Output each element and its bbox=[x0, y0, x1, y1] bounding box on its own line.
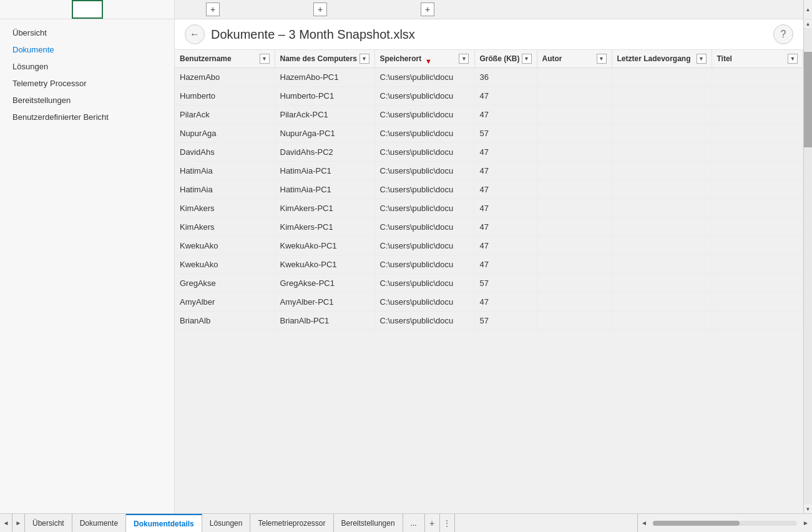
top-left-cell-area bbox=[0, 0, 175, 19]
cell-row4-col4 bbox=[537, 143, 612, 162]
cell-row2-col1: PilarAck-PC1 bbox=[275, 106, 374, 124]
toolbar-add-col-btn-2[interactable]: + bbox=[313, 2, 327, 16]
cell-row5-col4 bbox=[537, 162, 612, 180]
cell-row13-col2: C:\users\public\docu bbox=[374, 312, 474, 330]
filter-ladevorgang[interactable]: ▼ bbox=[697, 54, 707, 64]
cell-row10-col0: KwekuAko bbox=[175, 255, 275, 274]
cell-row0-col6 bbox=[712, 68, 803, 87]
cell-row1-col3: 47 bbox=[474, 87, 537, 106]
cell-row11-col0: GregAkse bbox=[175, 274, 275, 293]
cell-row2-col0: PilarAck bbox=[175, 106, 275, 124]
cell-row9-col1: KwekuAko-PC1 bbox=[275, 237, 374, 255]
cell-row11-col1: GregAkse-PC1 bbox=[275, 274, 374, 293]
filter-benutzername[interactable]: ▼ bbox=[260, 54, 270, 64]
tab-more-label[interactable]: ... bbox=[403, 514, 425, 532]
table-row[interactable]: KwekuAkoKwekuAko-PC1C:\users\public\docu… bbox=[175, 237, 803, 255]
help-button[interactable]: ? bbox=[773, 24, 793, 44]
cell-row2-col3: 47 bbox=[474, 106, 537, 124]
cell-row3-col2: C:\users\public\docu bbox=[374, 124, 474, 143]
spreadsheet-cell[interactable] bbox=[72, 0, 103, 19]
sidebar-item-telemetry[interactable]: Telemetry Processor bbox=[0, 75, 174, 92]
tab-dokumentdetails[interactable]: Dokumentdetails bbox=[126, 514, 202, 532]
table-row[interactable]: KimAkersKimAkers-PC1C:\users\public\docu… bbox=[175, 199, 803, 218]
content-header: ← Dokumente – 3 Month Snapshot.xlsx ? bbox=[175, 19, 803, 50]
vscroll-up-button[interactable]: ▲ bbox=[804, 19, 813, 28]
vscroll-top-btn[interactable]: ▲ bbox=[804, 5, 813, 14]
vscroll-thumb[interactable] bbox=[804, 52, 812, 147]
table-row[interactable]: PilarAckPilarAck-PC1C:\users\public\docu… bbox=[175, 106, 803, 124]
cell-row6-col6 bbox=[712, 180, 803, 199]
toolbar-add-col-btn-1[interactable]: + bbox=[206, 2, 220, 16]
filter-autor[interactable]: ▼ bbox=[597, 54, 607, 64]
hscroll-thumb[interactable] bbox=[653, 521, 740, 526]
filter-computer[interactable]: ▼ bbox=[360, 54, 369, 64]
cell-row12-col5 bbox=[612, 293, 712, 312]
filter-speicherort[interactable]: ▼ bbox=[459, 54, 469, 64]
cell-row8-col6 bbox=[712, 218, 803, 237]
cell-row2-col5 bbox=[612, 106, 712, 124]
hscroll-right-button[interactable]: ► bbox=[800, 520, 812, 526]
filter-titel[interactable]: ▼ bbox=[788, 54, 798, 64]
cell-row1-col1: Humberto-PC1 bbox=[275, 87, 374, 106]
cell-row1-col5 bbox=[612, 87, 712, 106]
cell-row10-col6 bbox=[712, 255, 803, 274]
table-row[interactable]: HatimAiaHatimAia-PC1C:\users\public\docu… bbox=[175, 162, 803, 180]
cell-row4-col3: 47 bbox=[474, 143, 537, 162]
cell-row1-col2: C:\users\public\docu bbox=[374, 87, 474, 106]
cell-row6-col2: C:\users\public\docu bbox=[374, 180, 474, 199]
tab-options-button[interactable]: ⋮ bbox=[440, 514, 455, 532]
cell-row6-col1: HatimAia-PC1 bbox=[275, 180, 374, 199]
toolbar-add-col-btn-3[interactable]: + bbox=[421, 2, 434, 16]
table-row[interactable]: DavidAhsDavidAhs-PC2C:\users\public\docu… bbox=[175, 143, 803, 162]
cell-row2-col2: C:\users\public\docu bbox=[374, 106, 474, 124]
table-row[interactable]: BrianAlbBrianAlb-PC1C:\users\public\docu… bbox=[175, 312, 803, 330]
col-header-computer: Name des Computers ▼ bbox=[275, 50, 374, 68]
cell-row2-col6 bbox=[712, 106, 803, 124]
sidebar-item-dokumente[interactable]: Dokumente bbox=[0, 41, 174, 58]
top-toolbar-section: + + + ▲ bbox=[0, 0, 812, 19]
top-vscroll: ▲ bbox=[803, 0, 812, 19]
cell-row1-col0: Humberto bbox=[175, 87, 275, 106]
cell-row9-col3: 47 bbox=[474, 237, 537, 255]
tab-losungen[interactable]: Lösungen bbox=[202, 514, 251, 532]
cell-row0-col5 bbox=[612, 68, 712, 87]
table-row[interactable]: HatimAiaHatimAia-PC1C:\users\public\docu… bbox=[175, 180, 803, 199]
cell-row12-col6 bbox=[712, 293, 803, 312]
vscroll-down-button[interactable]: ▼ bbox=[804, 505, 813, 513]
sidebar-item-bereitstellungen[interactable]: Bereitstellungen bbox=[0, 92, 174, 109]
sidebar-item-ubersicht[interactable]: Übersicht bbox=[0, 24, 174, 41]
cell-row9-col0: KwekuAko bbox=[175, 237, 275, 255]
table-row[interactable]: GregAkseGregAkse-PC1C:\users\public\docu… bbox=[175, 274, 803, 293]
cell-row3-col0: NupurAga bbox=[175, 124, 275, 143]
cell-row12-col2: C:\users\public\docu bbox=[374, 293, 474, 312]
cell-row3-col3: 57 bbox=[474, 124, 537, 143]
tab-add-button[interactable]: + bbox=[425, 514, 440, 532]
cell-row4-col2: C:\users\public\docu bbox=[374, 143, 474, 162]
cell-row6-col0: HatimAia bbox=[175, 180, 275, 199]
back-button[interactable]: ← bbox=[185, 24, 205, 44]
tab-next-button[interactable]: ► bbox=[12, 514, 25, 532]
table-row[interactable]: HazemAboHazemAbo-PC1C:\users\public\docu… bbox=[175, 68, 803, 87]
sidebar-item-benutzerdefiniert[interactable]: Benutzerdefinierter Bericht bbox=[0, 109, 174, 126]
tab-ubersicht[interactable]: Übersicht bbox=[25, 514, 72, 532]
tab-telemetrieprozessor[interactable]: Telemetrieprozessor bbox=[250, 514, 333, 532]
table-row[interactable]: HumbertoHumberto-PC1C:\users\public\docu… bbox=[175, 87, 803, 106]
tab-prev-button[interactable]: ◄ bbox=[0, 514, 12, 532]
table-row[interactable]: KwekuAkoKwekuAko-PC1C:\users\public\docu… bbox=[175, 255, 803, 274]
table-row[interactable]: AmyAlberAmyAlber-PC1C:\users\public\docu… bbox=[175, 293, 803, 312]
cell-row3-col1: NupurAga-PC1 bbox=[275, 124, 374, 143]
cell-row4-col1: DavidAhs-PC2 bbox=[275, 143, 374, 162]
table-row[interactable]: KimAkersKimAkers-PC1C:\users\public\docu… bbox=[175, 218, 803, 237]
filter-groesse[interactable]: ▼ bbox=[522, 54, 532, 64]
data-table: Benutzername ▼ Name des Computers ▼ bbox=[175, 50, 803, 330]
sidebar-item-losungen[interactable]: Lösungen bbox=[0, 58, 174, 75]
col-header-autor: Autor ▼ bbox=[537, 50, 612, 68]
tab-dokumente[interactable]: Dokumente bbox=[72, 514, 126, 532]
table-row[interactable]: NupurAgaNupurAga-PC1C:\users\public\docu… bbox=[175, 124, 803, 143]
table-container: Benutzername ▼ Name des Computers ▼ bbox=[175, 50, 803, 513]
tab-bereitstellungen[interactable]: Bereitstellungen bbox=[334, 514, 403, 532]
cell-row6-col4 bbox=[537, 180, 612, 199]
cell-row5-col3: 47 bbox=[474, 162, 537, 180]
cell-row5-col1: HatimAia-PC1 bbox=[275, 162, 374, 180]
hscroll-left-button[interactable]: ◄ bbox=[638, 520, 650, 526]
